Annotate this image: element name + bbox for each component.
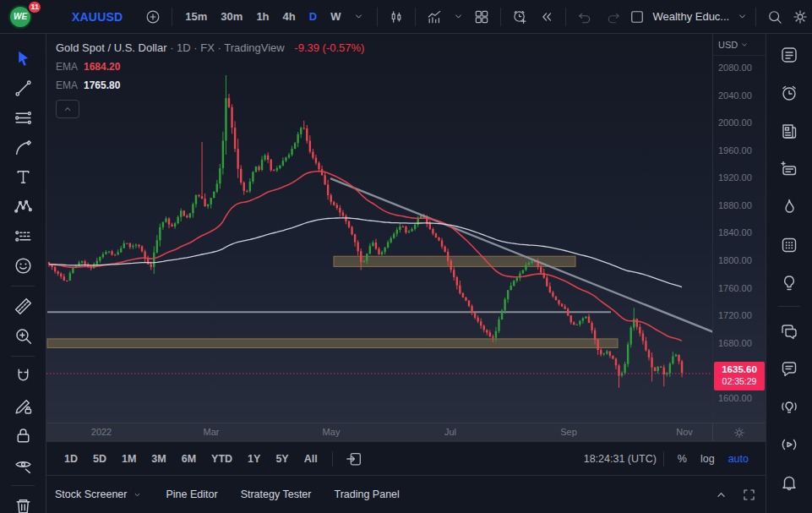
- footer-tab-stock-screener[interactable]: Stock Screener: [55, 488, 143, 500]
- footer-tab-strategy-tester[interactable]: Strategy Tester: [241, 488, 312, 500]
- panel-expand-chevron-icon[interactable]: [713, 487, 729, 503]
- drawing-toolbar: [0, 34, 46, 513]
- range-button-5d[interactable]: 5D: [85, 450, 114, 468]
- live-stream-button[interactable]: [766, 425, 812, 463]
- news-button[interactable]: [766, 112, 812, 150]
- chart-pane[interactable]: Gold Spot / U.S. Dollar · 1D · FX · Trad…: [46, 34, 712, 423]
- range-button-1y[interactable]: 1Y: [240, 450, 268, 468]
- interval-button-15m[interactable]: 15m: [179, 7, 213, 26]
- hide-drawings-button[interactable]: [0, 450, 46, 480]
- price-chart-canvas[interactable]: [46, 34, 712, 423]
- remove-objects-button[interactable]: [0, 491, 46, 513]
- compare-add-symbol-button[interactable]: [141, 5, 165, 29]
- footer-panel-bar: Stock ScreenerPine EditorStrategy Tester…: [46, 475, 766, 513]
- forecast-button[interactable]: [0, 221, 46, 251]
- range-button-5y[interactable]: 5Y: [268, 450, 296, 468]
- comment-button[interactable]: [766, 349, 812, 387]
- log-scale-button[interactable]: log: [694, 450, 722, 468]
- last-price-tag: 1635.60 02:35:29: [714, 362, 765, 390]
- interval-button-d[interactable]: D: [303, 7, 323, 26]
- redo-button[interactable]: [602, 5, 625, 29]
- time-axis[interactable]: 2022MarMayJulSepNov: [46, 423, 766, 441]
- pattern-button[interactable]: [0, 192, 46, 221]
- clock-utc[interactable]: 18:24:31 (UTC): [584, 453, 657, 465]
- text-button[interactable]: [0, 162, 46, 192]
- chevron-down-icon: [352, 10, 365, 23]
- text-notes-button[interactable]: [766, 150, 812, 188]
- calendar-grid-button[interactable]: [766, 226, 812, 264]
- toolbar-divider: [11, 485, 35, 486]
- symbol-search-button[interactable]: XAUUSD: [49, 8, 123, 25]
- range-button-all[interactable]: All: [297, 450, 325, 468]
- ideas-bulb-button[interactable]: [766, 264, 812, 302]
- range-button-1m[interactable]: 1M: [114, 450, 144, 468]
- logo-button[interactable]: WE 11: [7, 3, 37, 31]
- notifications-bell-button[interactable]: [766, 463, 812, 501]
- watchlist-button[interactable]: [766, 35, 812, 74]
- auto-scale-button[interactable]: auto: [722, 450, 755, 468]
- interval-button-30m[interactable]: 30m: [215, 7, 248, 26]
- range-button-1d[interactable]: 1D: [57, 450, 85, 468]
- alert-plus-button[interactable]: [508, 5, 531, 29]
- price-axis-label: 2000.00: [718, 117, 752, 128]
- fib-retracement-button[interactable]: [0, 103, 46, 133]
- price-axis[interactable]: USD 2080.002040.002000.001960.001920.001…: [712, 34, 766, 423]
- range-button-3m[interactable]: 3M: [144, 450, 173, 468]
- drawing-mode-button[interactable]: [0, 391, 46, 421]
- widget-sidebar: [766, 34, 812, 513]
- indicator-name: EMA: [56, 79, 78, 91]
- indicators-button[interactable]: [422, 5, 446, 29]
- interval-buttons: 15m30m1h4hDW: [179, 7, 346, 26]
- toolbar-divider: [755, 8, 756, 26]
- undo-button[interactable]: [573, 5, 597, 29]
- drawing-mode-icon: [13, 396, 34, 417]
- bulb-broadcast-button[interactable]: [766, 387, 812, 425]
- chat-bubbles-button[interactable]: [766, 311, 812, 349]
- go-to-date-icon[interactable]: [345, 450, 363, 468]
- fullscreen-icon[interactable]: [741, 487, 757, 503]
- indicator-row-ema1[interactable]: EMA1684.20: [56, 57, 120, 76]
- magnet-button[interactable]: [0, 362, 46, 391]
- theme-sun-icon[interactable]: [733, 426, 746, 439]
- emoji-button[interactable]: [0, 251, 46, 281]
- search-button[interactable]: [763, 5, 787, 29]
- brush-button[interactable]: [0, 133, 46, 162]
- cursor-button[interactable]: [0, 44, 46, 74]
- indicator-row-ema2[interactable]: EMA1765.80: [56, 76, 120, 95]
- collapse-legend-button[interactable]: [56, 100, 79, 118]
- range-button-ytd[interactable]: YTD: [204, 450, 240, 468]
- alerts-button[interactable]: [766, 74, 812, 112]
- interval-button-w[interactable]: W: [324, 7, 346, 26]
- trend-line-button[interactable]: [0, 74, 46, 103]
- interval-button-1h[interactable]: 1h: [250, 7, 275, 26]
- zoom-in-button[interactable]: [0, 321, 46, 351]
- notification-badge: 11: [27, 0, 42, 14]
- chart-legend-header[interactable]: Gold Spot / U.S. Dollar · 1D · FX · Trad…: [56, 41, 364, 54]
- range-button-6m[interactable]: 6M: [174, 450, 204, 468]
- footer-tab-pine-editor[interactable]: Pine Editor: [166, 488, 217, 500]
- settings-gear-button[interactable]: [788, 5, 812, 29]
- interval-button-4h[interactable]: 4h: [277, 7, 302, 26]
- time-axis-label: Sep: [560, 427, 577, 437]
- interval-more-button[interactable]: [346, 5, 370, 29]
- toolbar-divider: [663, 451, 664, 467]
- footer-tab-label: Stock Screener: [55, 488, 127, 500]
- footer-tab-trading-panel[interactable]: Trading Panel: [334, 488, 399, 500]
- chevron-down-button[interactable]: [446, 5, 470, 29]
- candlestick-style-button[interactable]: [384, 5, 408, 29]
- bar-replay-button[interactable]: [535, 5, 559, 29]
- measure-button[interactable]: [0, 292, 46, 321]
- toolbar-divider: [415, 8, 416, 26]
- bar-replay-icon: [538, 8, 555, 25]
- percent-scale-button[interactable]: %: [671, 450, 694, 468]
- layout-account-button[interactable]: Wealthy Educ...: [629, 8, 749, 25]
- layout-grid-button[interactable]: [470, 5, 493, 29]
- supply-demand-zone: [47, 339, 618, 348]
- layout-grid-icon: [473, 8, 490, 25]
- footer-tab-label: Trading Panel: [334, 488, 399, 500]
- lock-all-button[interactable]: [0, 421, 46, 450]
- currency-selector[interactable]: USD: [713, 34, 766, 56]
- price-change: -9.39 (-0.57%): [294, 41, 364, 54]
- hotlists-flame-button[interactable]: [766, 188, 812, 226]
- layout-square-icon: [629, 8, 646, 25]
